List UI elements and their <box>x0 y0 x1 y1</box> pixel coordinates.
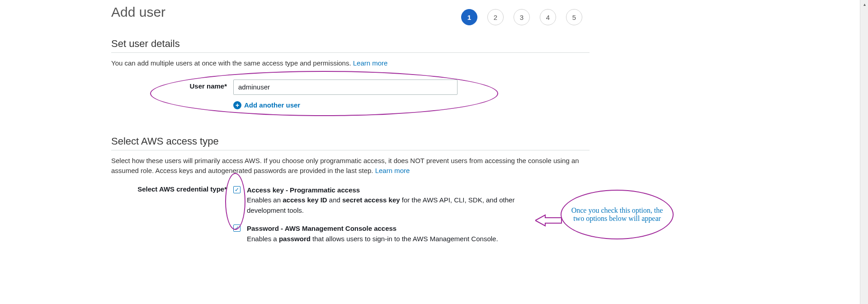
divider <box>111 52 590 53</box>
scroll-up-icon[interactable]: ▴ <box>860 0 868 8</box>
scrollbar-track[interactable]: ▴ <box>860 0 868 304</box>
step-2[interactable]: 2 <box>487 9 504 25</box>
step-1[interactable]: 1 <box>461 9 477 25</box>
section-desc-details: You can add multiple users at once with … <box>111 58 590 69</box>
step-5[interactable]: 5 <box>566 9 582 25</box>
credential-type-label: Select AWS credential type* <box>111 185 233 193</box>
wizard-stepper: 1 2 3 4 5 <box>461 9 582 25</box>
section-desc-access: Select how these users will primarily ac… <box>111 156 590 176</box>
add-another-label: Add another user <box>244 101 300 109</box>
credential-option-programmatic[interactable]: ✓ Access key - Programmatic access Enabl… <box>233 185 590 216</box>
section-title-details: Set user details <box>111 38 590 50</box>
username-label: User name* <box>111 80 233 90</box>
step-3[interactable]: 3 <box>514 9 530 25</box>
checkbox-programmatic[interactable]: ✓ <box>233 186 241 193</box>
access-desc-text: Select how these users will primarily ac… <box>111 157 579 175</box>
credential-option-console[interactable]: ✓ Password - AWS Management Console acce… <box>233 224 590 244</box>
divider <box>111 150 590 150</box>
cred-desc-programmatic: Enables an access key ID and secret acce… <box>247 195 518 215</box>
step-4[interactable]: 4 <box>540 9 556 25</box>
cred-title-programmatic: Access key - Programmatic access <box>247 185 518 196</box>
section-title-access: Select AWS access type <box>111 136 590 147</box>
cred-desc-console: Enables a password that allows users to … <box>247 234 498 244</box>
learn-more-link-access[interactable]: Learn more <box>375 167 410 174</box>
checkbox-console[interactable]: ✓ <box>233 224 241 232</box>
details-desc-text: You can add multiple users at once with … <box>111 59 353 67</box>
username-input[interactable] <box>233 80 458 95</box>
plus-circle-icon: + <box>233 101 241 109</box>
learn-more-link[interactable]: Learn more <box>353 59 388 67</box>
add-another-user-button[interactable]: + Add another user <box>233 101 590 109</box>
cred-title-console: Password - AWS Management Console access <box>247 224 498 234</box>
